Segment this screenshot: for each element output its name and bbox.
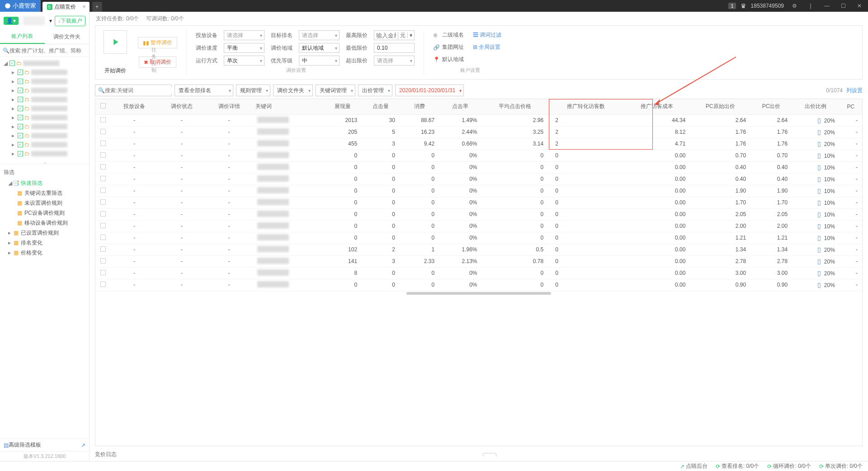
table-row[interactable]: --- 0000%0 00.000.900.90 ▯ 20%- <box>95 279 862 291</box>
sel-region[interactable]: 默认地域 <box>299 43 340 53</box>
row-checkbox[interactable] <box>100 258 106 264</box>
col-keyword[interactable]: 关键词 <box>253 99 324 114</box>
row-checkbox[interactable] <box>100 188 106 193</box>
table-row[interactable]: --- 0000%0 00.000.400.40 ▯ 10%- <box>95 173 862 185</box>
drop-bidmgr[interactable]: 出价管理 <box>358 85 392 96</box>
link-domain[interactable]: 二级域名 <box>442 31 464 39</box>
filter-item[interactable]: ▸▦价格变化 <box>4 248 85 258</box>
sel-device[interactable]: 请选择 <box>224 30 264 40</box>
inp-maxprice[interactable]: 元▾ <box>374 30 415 40</box>
row-checkbox[interactable] <box>100 117 106 122</box>
table-row[interactable]: --- 102211.96%0.5 00.001.341.34 ▯ 20%- <box>95 244 862 255</box>
splitter[interactable]: ⌄ <box>0 160 89 164</box>
settings-icon[interactable]: ⚙ <box>788 0 800 12</box>
sel-priority[interactable]: 中 <box>299 56 340 66</box>
tree-item[interactable]: ▸✓🗀 <box>0 104 89 113</box>
window-min-icon[interactable]: — <box>821 0 833 12</box>
sb-backend[interactable]: ↗点睛后台 <box>680 462 708 470</box>
col-pcorig[interactable]: PC原始出价 <box>690 99 750 114</box>
cancel-button[interactable]: ✖取消调价 <box>139 57 176 68</box>
col-impr[interactable]: 展现量 <box>324 99 362 114</box>
checkbox-all[interactable] <box>100 103 106 108</box>
col-status[interactable]: 调价状态 <box>158 99 206 114</box>
table-row[interactable]: --- 45539.420.66%3.14 24.711.761.76 ▯ 20… <box>95 138 862 150</box>
start-button[interactable] <box>104 30 127 54</box>
filter-item[interactable]: ▦移动设备调价规则 <box>4 218 85 228</box>
collapse-handle[interactable] <box>483 453 496 457</box>
window-max-icon[interactable]: ☐ <box>837 0 849 12</box>
tab-active[interactable]: b 点睛竞价 × <box>42 2 90 12</box>
col-device[interactable]: 投放设备 <box>111 99 158 114</box>
row-checkbox[interactable] <box>100 223 106 228</box>
column-settings-link[interactable]: 列设置 <box>846 87 863 94</box>
row-checkbox[interactable] <box>100 164 106 170</box>
tree-item[interactable]: ▸✓🗀 <box>0 122 89 131</box>
table-row[interactable]: --- 0000%0 00.001.211.21 ▯ 10%- <box>95 232 862 244</box>
table-row[interactable]: --- 8000%0 00.003.003.00 ▯ 20%- <box>95 267 862 279</box>
row-checkbox[interactable] <box>100 176 106 181</box>
drop-daterange[interactable]: 2020/01/01-2020/01/31 <box>395 85 464 96</box>
table-row[interactable]: --- 0000%0 00.000.700.70 ▯ 10%- <box>95 150 862 161</box>
keyword-search-input[interactable] <box>105 87 173 94</box>
sidebar-search[interactable]: 🔍 <box>0 44 89 57</box>
tree-item[interactable]: ▸✓🗀 <box>0 77 89 86</box>
filter-item[interactable]: ▸▦排名变化 <box>4 238 85 248</box>
row-checkbox[interactable] <box>100 211 106 217</box>
drop-pricefile[interactable]: 调价文件夹 <box>273 85 313 96</box>
link-groupurl[interactable]: 集团网址 <box>442 43 464 51</box>
table-row[interactable]: --- 205516.232.44%3.25 28.121.761.76 ▯ 2… <box>95 126 862 138</box>
link-defregion[interactable]: 默认地域 <box>442 56 464 63</box>
table-row[interactable]: --- 0000%0 00.002.002.00 ▯ 10%- <box>95 220 862 232</box>
col-avgcpc[interactable]: 平均点击价格 <box>482 99 548 114</box>
download-account-button[interactable]: ↓下载账户 <box>55 16 85 26</box>
tree-root[interactable]: ◢✓🗀 <box>0 59 89 68</box>
tree-item[interactable]: ▸✓🗀 <box>0 95 89 104</box>
sidebar-tab-accounts[interactable]: 账户列表 <box>0 30 45 44</box>
sidebar-tab-files[interactable]: 调价文件夹 <box>45 30 90 44</box>
tree-item[interactable]: ▸✓🗀 <box>0 131 89 140</box>
col-detail[interactable]: 调价详情 <box>205 99 253 114</box>
filter-item[interactable]: ▸▦已设置调价规则 <box>4 228 85 238</box>
drop-viewrank[interactable]: 查看全部排名 <box>175 85 233 96</box>
row-checkbox[interactable] <box>100 199 106 205</box>
row-checkbox[interactable] <box>100 246 106 252</box>
col-pcbid[interactable]: PC出价 <box>750 99 792 114</box>
close-tab-icon[interactable]: × <box>83 4 86 10</box>
sel-rank[interactable]: 请选择 <box>299 30 340 40</box>
table-row[interactable]: --- 14132.332.13%0.78 00.002.782.78 ▯ 20… <box>95 255 862 267</box>
tree-item[interactable]: ▸✓🗀 <box>0 68 89 77</box>
keyword-search[interactable]: 🔍 <box>95 85 172 96</box>
sel-speed[interactable]: 平衡 <box>224 43 264 53</box>
h-scrollbar[interactable] <box>95 291 862 296</box>
col-conv[interactable]: 推广转化访客数 <box>548 99 624 114</box>
sel-runmode[interactable]: 单次 <box>224 56 264 66</box>
col-cost[interactable]: 消费 <box>400 99 439 114</box>
filter-item[interactable]: ▦未设置调价规则 <box>4 198 85 208</box>
inp-minprice[interactable]: 0.10 <box>374 43 415 53</box>
filter-item[interactable]: ▦PC设备调价规则 <box>4 208 85 218</box>
table-row[interactable]: --- 0000%0 00.002.052.05 ▯ 10%- <box>95 208 862 220</box>
adv-filter-template[interactable]: ▤高级筛选模板↗ <box>0 438 89 451</box>
row-checkbox[interactable] <box>100 141 106 146</box>
col-click[interactable]: 点击量 <box>362 99 400 114</box>
sidebar-search-input[interactable] <box>9 47 86 54</box>
pause-button[interactable]: ▮▮暂停调价 <box>138 37 177 48</box>
tree-item[interactable]: ▸✓🗀 <box>0 140 89 149</box>
sel-exceed[interactable]: 请选择 <box>374 56 415 66</box>
col-pc[interactable]: PC <box>840 99 862 114</box>
link-globalset[interactable]: ⊞ 全局设置 <box>473 43 500 51</box>
drop-rulemgr[interactable]: 规则管理 <box>236 85 270 96</box>
window-close-icon[interactable]: ✕ <box>854 0 865 12</box>
row-checkbox[interactable] <box>100 282 106 287</box>
new-tab-button[interactable]: + <box>92 2 102 12</box>
row-checkbox[interactable] <box>100 152 106 158</box>
row-checkbox[interactable] <box>100 129 106 134</box>
table-row[interactable]: --- 0000%0 00.001.901.90 ▯ 10%- <box>95 185 862 197</box>
table-row[interactable]: --- 0000%0 00.001.701.70 ▯ 10%- <box>95 197 862 208</box>
link-wordfilter[interactable]: ☰ 调词过滤 <box>473 31 501 39</box>
col-visitcost[interactable]: 推广访客成本 <box>624 99 690 114</box>
filter-item[interactable]: ▦关键词去重筛选 <box>4 188 85 198</box>
row-checkbox[interactable] <box>100 235 106 240</box>
user-icon[interactable]: 👤▾ <box>4 17 19 25</box>
filter-quick[interactable]: ◢📑快速筛选 <box>4 178 85 188</box>
